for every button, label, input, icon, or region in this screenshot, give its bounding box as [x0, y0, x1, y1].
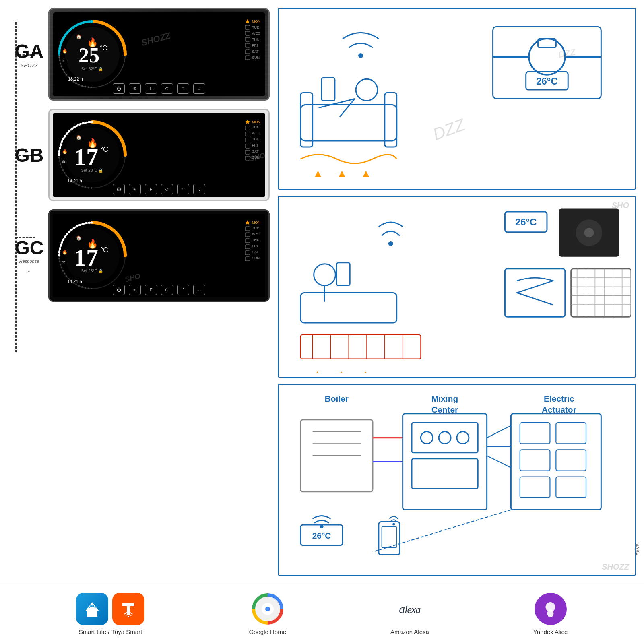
- btn-clock[interactable]: ⏱: [161, 83, 173, 94]
- svg-rect-123: [556, 450, 586, 471]
- svg-text:🏠: 🏠: [76, 134, 82, 140]
- svg-rect-28: [245, 138, 250, 142]
- gb-schedule: MON TUE WED THU FRI SAT SUN: [245, 119, 260, 161]
- btn-power[interactable]: ⏻: [113, 83, 125, 94]
- svg-rect-125: [556, 477, 586, 498]
- gb-btn-down[interactable]: ⌄: [193, 184, 205, 194]
- svg-rect-110: [403, 414, 487, 510]
- svg-rect-121: [556, 423, 586, 444]
- svg-text:Set 32°F 🔒: Set 32°F 🔒: [81, 66, 103, 72]
- btn-f[interactable]: F: [145, 83, 157, 94]
- svg-rect-42: [245, 227, 250, 231]
- gc-schedule: MON TUE WED THU FRI SAT SUN: [245, 220, 260, 262]
- gc-btn-grid[interactable]: ⊞: [129, 285, 141, 295]
- svg-line-118: [487, 456, 511, 468]
- svg-rect-122: [520, 450, 550, 471]
- svg-text:▲: ▲: [336, 368, 346, 373]
- svg-rect-50: [385, 93, 397, 147]
- yandex-icon: [535, 593, 567, 625]
- svg-rect-48: [301, 105, 397, 141]
- svg-rect-44: [245, 239, 250, 243]
- svg-text:≋: ≋: [62, 159, 66, 164]
- gb-btn-power[interactable]: ⏻: [113, 184, 125, 194]
- svg-point-86: [584, 228, 594, 237]
- svg-point-139: [547, 609, 554, 617]
- ga-schedule: MON TUE WED: [245, 19, 260, 60]
- svg-rect-70: [336, 263, 350, 286]
- svg-line-116: [487, 426, 511, 438]
- diagrams-column: Write: [278, 8, 636, 576]
- yandex-label: Yandex Alice: [533, 628, 568, 635]
- smart-life-tuya-icons: [76, 593, 144, 625]
- svg-point-60: [529, 39, 565, 75]
- google-home-group: Google Home: [249, 593, 286, 635]
- svg-text:°C: °C: [100, 145, 108, 153]
- svg-rect-59: [493, 27, 601, 99]
- diagram-boiler-system: SHOZZ Boiler Mixing Center Electric Actu…: [278, 384, 636, 576]
- gc-screen: 🔥 17 °C Set 28°C 🔒 14:21 h 🏠 🔥 ≋ MON: [53, 214, 265, 297]
- svg-text:▲: ▲: [313, 368, 322, 373]
- label-gc: GC Response ↓: [8, 237, 48, 275]
- svg-text:26°C: 26°C: [536, 76, 557, 87]
- gb-btn-up[interactable]: ⌃: [177, 184, 189, 194]
- diagram-2-svg: ▲ ▲ ▲ 26°C: [283, 201, 631, 373]
- svg-text:17: 17: [74, 144, 98, 170]
- svg-point-71: [388, 241, 393, 246]
- diagram-electric-film: SHO: [278, 196, 636, 378]
- svg-text:🔥: 🔥: [62, 149, 68, 154]
- gc-btn-power[interactable]: ⏻: [113, 285, 125, 295]
- svg-rect-31: [245, 156, 250, 160]
- btn-down[interactable]: ⌄: [193, 83, 205, 94]
- gc-response-label: Response: [10, 259, 48, 264]
- svg-text:17: 17: [74, 244, 98, 271]
- ga-label: GA: [10, 40, 48, 62]
- svg-rect-27: [245, 132, 250, 136]
- label-gb: GB: [8, 144, 48, 166]
- btn-up[interactable]: ⌃: [177, 83, 189, 94]
- gc-btn-up[interactable]: ⌃: [177, 285, 189, 295]
- svg-rect-131: [382, 527, 396, 548]
- svg-point-114: [439, 432, 451, 444]
- thermostat-gb-device: 🔥 17 °C Set 28°C 🔒 14:21 h 🏠 🔥 ≋: [48, 109, 270, 201]
- gc-btn-down[interactable]: ⌄: [193, 285, 205, 295]
- svg-text:25: 25: [78, 44, 99, 67]
- svg-text:🔥: 🔥: [62, 249, 68, 255]
- svg-point-55: [358, 53, 363, 58]
- thermostat-ga-device: 🔥 25 °C Set 32°F 🔒 18:22 h 🏠 🔥 ≋: [48, 8, 270, 101]
- svg-rect-87: [505, 269, 565, 317]
- svg-rect-46: [245, 251, 250, 255]
- tuya-icon: [112, 593, 144, 625]
- app-logos-section: Smart Life / Tuya Smart Google Home: [0, 584, 644, 644]
- smart-life-label: Smart Life / Tuya Smart: [79, 628, 142, 635]
- gb-buttons: ⏻ ⊞ F ⏱ ⌃ ⌄: [113, 184, 205, 194]
- svg-rect-10: [245, 25, 250, 29]
- svg-rect-49: [301, 93, 313, 147]
- svg-text:°C: °C: [100, 246, 108, 254]
- svg-text:🔥: 🔥: [62, 48, 68, 54]
- svg-point-113: [421, 432, 433, 444]
- ga-sublabel: SHOZZ: [10, 62, 48, 68]
- watermark-shozz: SHOZZ: [602, 562, 629, 572]
- svg-text:Set 28°C 🔒: Set 28°C 🔒: [81, 168, 104, 173]
- svg-text:14:21 h: 14:21 h: [67, 178, 82, 183]
- google-home-icon: [252, 593, 284, 625]
- btn-grid[interactable]: ⊞: [129, 83, 141, 94]
- svg-point-128: [320, 525, 324, 528]
- svg-rect-30: [245, 150, 250, 154]
- svg-rect-45: [245, 245, 250, 249]
- diagram-1-svg: ▲ ▲ ▲ 26°C: [283, 13, 631, 185]
- svg-rect-47: [245, 257, 250, 261]
- svg-text:Actuator: Actuator: [542, 405, 576, 414]
- gc-btn-clock[interactable]: ⏱: [161, 285, 173, 295]
- svg-text:°C: °C: [100, 45, 107, 52]
- svg-point-132: [392, 523, 395, 526]
- gb-screen: 🔥 17 °C Set 28°C 🔒 14:21 h 🏠 🔥 ≋: [53, 113, 265, 197]
- gb-btn-clock[interactable]: ⏱: [161, 184, 173, 194]
- svg-text:Electric: Electric: [544, 394, 574, 403]
- gc-btn-f[interactable]: F: [145, 285, 157, 295]
- svg-text:🏠: 🏠: [76, 235, 82, 241]
- gb-btn-grid[interactable]: ⊞: [129, 184, 141, 194]
- svg-rect-12: [245, 37, 250, 41]
- gb-btn-f[interactable]: F: [145, 184, 157, 194]
- alexa-group: alexa Amazon Alexa: [390, 593, 429, 635]
